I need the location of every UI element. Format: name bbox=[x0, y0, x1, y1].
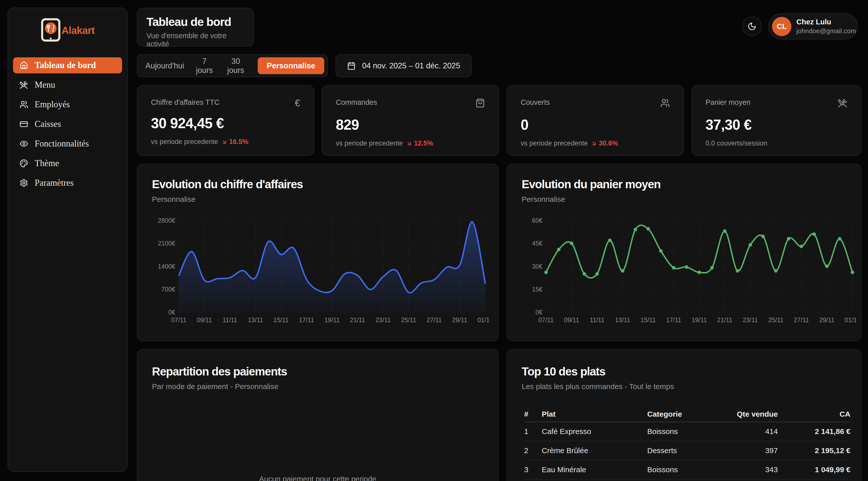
avg-basket-chart-card: Evolution du panier moyen Personnalise 0… bbox=[506, 164, 862, 341]
moon-icon bbox=[747, 22, 756, 31]
svg-text:27/11: 27/11 bbox=[794, 317, 809, 324]
kpi-card-avg-basket: Panier moyen 37,30 € 0.0 couverts/sessio… bbox=[691, 85, 862, 156]
credit-card-icon bbox=[20, 120, 28, 128]
kpi-delta: 30.6% bbox=[591, 140, 618, 147]
kpi-card-covers: Couverts 0 vs periode precedente 30.6% bbox=[506, 85, 684, 156]
kpi-value: 37,30 € bbox=[706, 116, 847, 133]
calendar-icon bbox=[347, 62, 355, 70]
table-row: 3Eau Minérale Boissons 343 1 049,99 € bbox=[524, 460, 850, 479]
svg-text:21/11: 21/11 bbox=[717, 317, 733, 324]
range-30days-button[interactable]: 30 jours bbox=[225, 57, 247, 75]
table-row: 1Café Expresso Boissons 414 2 141,86 € bbox=[524, 422, 850, 441]
kpi-delta: 12.5% bbox=[406, 140, 433, 147]
page-subtitle: Vue d'ensemble de votre activité bbox=[147, 32, 244, 48]
theme-toggle-button[interactable] bbox=[742, 17, 762, 36]
svg-text:700€: 700€ bbox=[161, 286, 175, 293]
svg-text:1400€: 1400€ bbox=[158, 263, 175, 270]
arrow-down-right-icon bbox=[221, 139, 227, 145]
avg-basket-line-chart: 07/1109/1111/1113/1115/1117/1119/1121/11… bbox=[515, 215, 856, 330]
sidebar-item-theme[interactable]: Thème bbox=[13, 155, 122, 171]
sidebar-item-parametres[interactable]: Paramètres bbox=[13, 175, 122, 191]
svg-text:11/11: 11/11 bbox=[222, 317, 237, 324]
users-icon bbox=[20, 100, 28, 109]
sidebar-item-employes[interactable]: Employés bbox=[13, 96, 122, 113]
svg-text:21/11: 21/11 bbox=[350, 317, 365, 324]
user-email: johndoe@gmail.com bbox=[797, 27, 856, 35]
top10-panel: Top 10 des plats Les plats les plus comm… bbox=[506, 349, 862, 481]
svg-text:25/11: 25/11 bbox=[401, 317, 416, 324]
svg-text:17/11: 17/11 bbox=[299, 317, 314, 324]
svg-text:45€: 45€ bbox=[532, 240, 542, 247]
date-range-filter: Aujourd'hui 7 jours 30 jours Personnalis… bbox=[137, 54, 328, 77]
app-logo: Alakart bbox=[8, 18, 127, 43]
empty-state-message: Aucun paiement pour cette periode bbox=[137, 475, 498, 481]
sidebar-item-tableau-de-bord[interactable]: Tableau de bord bbox=[13, 57, 122, 73]
arrow-down-right-icon bbox=[591, 140, 597, 147]
svg-text:29/11: 29/11 bbox=[452, 317, 467, 324]
kpi-delta: 16.5% bbox=[221, 138, 248, 146]
table-header-row: # Plat Categorie Qte vendue CA bbox=[524, 407, 850, 422]
revenue-line-chart: 07/1109/1111/1113/1115/1117/1119/1121/11… bbox=[148, 215, 489, 330]
panel-subtitle: Les plats les plus commandes - Tout le t… bbox=[522, 382, 861, 391]
utensils-crossed-icon bbox=[838, 98, 847, 109]
range-today-button[interactable]: Aujourd'hui bbox=[146, 61, 184, 70]
kpi-card-revenue: Chiffre d'affaires TTC € 30 924,45 € vs … bbox=[137, 85, 314, 156]
chart-subtitle: Personnalise bbox=[522, 195, 861, 204]
svg-text:60€: 60€ bbox=[532, 217, 542, 224]
kpi-value: 0 bbox=[521, 116, 670, 133]
svg-text:19/11: 19/11 bbox=[324, 317, 340, 324]
panel-title: Repartition des paiements bbox=[152, 365, 498, 378]
shopping-bag-icon bbox=[475, 98, 485, 109]
svg-text:15/11: 15/11 bbox=[641, 317, 656, 324]
svg-text:29/11: 29/11 bbox=[819, 317, 835, 324]
svg-text:01/12: 01/12 bbox=[845, 317, 856, 324]
eye-icon bbox=[20, 140, 28, 148]
range-7days-button[interactable]: 7 jours bbox=[195, 57, 214, 75]
kpi-value: 829 bbox=[336, 116, 485, 133]
sidebar-item-caisses[interactable]: Caisses bbox=[13, 116, 122, 132]
svg-text:25/11: 25/11 bbox=[768, 317, 784, 324]
svg-text:19/11: 19/11 bbox=[692, 317, 707, 324]
chart-title: Evolution du chiffre d'affaires bbox=[152, 177, 498, 191]
kpi-value: 30 924,45 € bbox=[151, 115, 300, 131]
kpi-card-orders: Commandes 829 vs periode precedente 12.5… bbox=[322, 85, 499, 156]
page-title: Tableau de bord bbox=[147, 15, 244, 29]
range-custom-button[interactable]: Personnalise bbox=[258, 57, 324, 74]
panel-subtitle: Par mode de paiement - Personnalise bbox=[152, 382, 498, 391]
svg-text:01/12: 01/12 bbox=[477, 317, 489, 324]
date-picker[interactable]: 04 nov. 2025 – 01 déc. 2025 bbox=[336, 54, 472, 77]
palette-icon bbox=[20, 159, 28, 168]
euro-icon: € bbox=[295, 98, 300, 108]
svg-text:09/11: 09/11 bbox=[197, 317, 212, 324]
gear-icon bbox=[20, 179, 28, 187]
panel-title: Top 10 des plats bbox=[522, 365, 861, 378]
user-menu[interactable]: CL Chez Lulu johndoe@gmail.com bbox=[768, 13, 858, 39]
alakart-logo-icon bbox=[40, 18, 61, 43]
svg-text:2100€: 2100€ bbox=[158, 240, 175, 247]
svg-text:23/11: 23/11 bbox=[743, 317, 758, 324]
chart-subtitle: Personnalise bbox=[152, 195, 498, 204]
sidebar: Alakart Tableau de bord Menu Employés Ca… bbox=[7, 7, 128, 472]
chart-title: Evolution du panier moyen bbox=[522, 177, 861, 191]
arrow-down-right-icon bbox=[406, 140, 412, 147]
svg-text:15€: 15€ bbox=[532, 286, 542, 293]
svg-text:2800€: 2800€ bbox=[158, 217, 175, 224]
home-icon bbox=[20, 61, 28, 70]
sidebar-item-menu[interactable]: Menu bbox=[13, 77, 122, 93]
svg-text:27/11: 27/11 bbox=[427, 317, 442, 324]
sidebar-nav: Tableau de bord Menu Employés Caisses Fo… bbox=[13, 57, 122, 191]
brand-name: Alakart bbox=[62, 25, 95, 36]
svg-text:07/11: 07/11 bbox=[171, 317, 187, 324]
svg-text:15/11: 15/11 bbox=[273, 317, 288, 324]
svg-text:07/11: 07/11 bbox=[538, 317, 554, 324]
page-header: Tableau de bord Vue d'ensemble de votre … bbox=[137, 8, 254, 47]
sidebar-item-fonctionnalites[interactable]: Fonctionnalités bbox=[13, 136, 122, 152]
payments-panel: Repartition des paiements Par mode de pa… bbox=[137, 349, 499, 481]
user-name: Chez Lulu bbox=[797, 18, 856, 26]
users-icon bbox=[660, 98, 670, 109]
svg-text:0€: 0€ bbox=[535, 309, 542, 315]
svg-text:0€: 0€ bbox=[168, 309, 175, 315]
svg-text:11/11: 11/11 bbox=[590, 317, 604, 324]
top10-table: # Plat Categorie Qte vendue CA 1Café Exp… bbox=[524, 407, 850, 480]
revenue-chart-card: Evolution du chiffre d'affaires Personna… bbox=[137, 164, 499, 341]
